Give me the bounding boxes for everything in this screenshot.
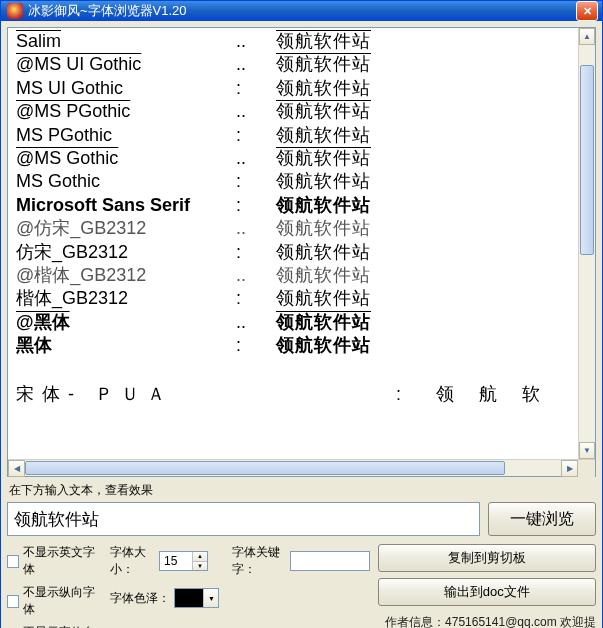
font-keyword-label: 字体关键字： bbox=[232, 544, 286, 578]
font-row[interactable]: @黑体..领航软件站 bbox=[8, 311, 578, 334]
font-list: Salim..领航软件站@MS UI Gothic..领航软件站MS UI Go… bbox=[8, 28, 595, 459]
spin-up-button[interactable]: ▲ bbox=[193, 552, 207, 562]
font-row[interactable]: @MS PGothic..领航软件站 bbox=[8, 100, 578, 123]
scroll-thumb[interactable] bbox=[580, 65, 594, 255]
hscroll-thumb[interactable] bbox=[25, 461, 505, 475]
font-name: MS UI Gothic bbox=[16, 77, 236, 100]
colon: : bbox=[396, 383, 436, 406]
font-row[interactable]: Microsoft Sans Serif:领航软件站 bbox=[8, 194, 578, 217]
font-sample: 领航软件站 bbox=[276, 334, 371, 357]
colon: .. bbox=[236, 147, 276, 170]
colon: : bbox=[236, 77, 276, 100]
font-name: Microsoft Sans Serif bbox=[16, 194, 236, 217]
font-name: @MS Gothic bbox=[16, 147, 236, 170]
font-name: MS PGothic bbox=[16, 124, 236, 147]
font-row[interactable]: 黑体:领航软件站 bbox=[8, 334, 578, 357]
font-row[interactable]: @楷体_GB2312..领航软件站 bbox=[8, 264, 578, 287]
sample-text-input[interactable] bbox=[7, 502, 480, 536]
font-color-row: 字体色泽： ▼ bbox=[110, 588, 369, 608]
colon: : bbox=[236, 170, 276, 193]
font-sample: 领航软件站 bbox=[276, 241, 371, 264]
scroll-track[interactable] bbox=[579, 45, 595, 442]
checkbox-no-english[interactable]: 不显示英文字体 bbox=[7, 544, 96, 578]
scroll-right-button[interactable]: ▶ bbox=[561, 460, 578, 477]
font-color-picker[interactable]: ▼ bbox=[174, 588, 219, 608]
app-window: 冰影御风~字体浏览器V1.20 ✕ Salim..领航软件站@MS UI Got… bbox=[0, 0, 603, 628]
colon: : bbox=[236, 287, 276, 310]
color-dropdown-button[interactable]: ▼ bbox=[203, 589, 218, 607]
font-size-label: 字体大小： bbox=[110, 544, 155, 578]
checkbox-group: 不显示英文字体 不显示纵向字体 不显示字体名称 bbox=[7, 544, 96, 628]
colon: : bbox=[236, 334, 276, 357]
scroll-down-button[interactable]: ▼ bbox=[579, 442, 595, 459]
input-row: 一键浏览 bbox=[7, 502, 596, 536]
mid-options: 字体大小： 15 ▲ ▼ 字体关键字： 字体色泽： ▼ bbox=[110, 544, 369, 608]
font-name: 黑体 bbox=[16, 334, 236, 357]
font-color-label: 字体色泽： bbox=[110, 590, 170, 607]
font-keyword-input[interactable] bbox=[290, 551, 370, 571]
spinner-buttons: ▲ ▼ bbox=[192, 552, 207, 570]
titlebar: 冰影御风~字体浏览器V1.20 ✕ bbox=[1, 1, 602, 21]
font-name: @黑体 bbox=[16, 311, 236, 334]
font-name: @MS PGothic bbox=[16, 100, 236, 123]
checkbox-label: 不显示纵向字体 bbox=[23, 584, 97, 618]
colon: .. bbox=[236, 100, 276, 123]
font-row[interactable]: @MS Gothic..领航软件站 bbox=[8, 147, 578, 170]
font-row[interactable]: MS PGothic:领航软件站 bbox=[8, 124, 578, 147]
export-doc-button[interactable]: 输出到doc文件 bbox=[378, 578, 596, 606]
colon: .. bbox=[236, 217, 276, 240]
font-row[interactable]: 宋体- ＰＵＡ:领 航 软 bbox=[8, 383, 578, 406]
font-name: @仿宋_GB2312 bbox=[16, 217, 236, 240]
font-size-spinner[interactable]: 15 ▲ ▼ bbox=[159, 551, 208, 571]
font-rows: Salim..领航软件站@MS UI Gothic..领航软件站MS UI Go… bbox=[8, 28, 578, 459]
font-row[interactable]: 楷体_GB2312:领航软件站 bbox=[8, 287, 578, 310]
font-name: 宋体- ＰＵＡ bbox=[16, 383, 396, 406]
options-row: 不显示英文字体 不显示纵向字体 不显示字体名称 字体大小： 15 bbox=[7, 544, 596, 628]
font-sample: 领航软件站 bbox=[276, 77, 371, 100]
font-name: 楷体_GB2312 bbox=[16, 287, 236, 310]
font-sample: 领航软件站 bbox=[276, 147, 371, 170]
copy-button[interactable]: 复制到剪切板 bbox=[378, 544, 596, 572]
checkbox-no-name[interactable]: 不显示字体名称 bbox=[7, 624, 96, 628]
font-sample: 领航软件站 bbox=[276, 217, 371, 240]
font-row[interactable]: @MS UI Gothic..领航软件站 bbox=[8, 53, 578, 76]
spin-down-button[interactable]: ▼ bbox=[193, 562, 207, 571]
font-name: MS Gothic bbox=[16, 170, 236, 193]
scroll-up-button[interactable]: ▲ bbox=[579, 28, 595, 45]
colon: .. bbox=[236, 264, 276, 287]
checkbox-label: 不显示字体名称 bbox=[23, 624, 97, 628]
font-name: @楷体_GB2312 bbox=[16, 264, 236, 287]
font-row[interactable]: Salim..领航软件站 bbox=[8, 30, 578, 53]
app-icon bbox=[7, 3, 23, 19]
author-info: 作者信息：475165141@qq.com 欢迎提出建议 bbox=[378, 614, 596, 628]
font-sample: 领 航 软 bbox=[436, 383, 550, 406]
client-area: Salim..领航软件站@MS UI Gothic..领航软件站MS UI Go… bbox=[1, 21, 602, 628]
font-row[interactable]: MS UI Gothic:领航软件站 bbox=[8, 77, 578, 100]
font-name: 仿宋_GB2312 bbox=[16, 241, 236, 264]
font-sample: 领航软件站 bbox=[276, 53, 371, 76]
color-swatch bbox=[175, 589, 203, 607]
horizontal-scrollbar[interactable]: ◀ ▶ bbox=[8, 459, 595, 476]
checkbox-icon bbox=[7, 595, 19, 608]
font-sample: 领航软件站 bbox=[276, 124, 371, 147]
font-row[interactable]: @仿宋_GB2312..领航软件站 bbox=[8, 217, 578, 240]
checkbox-no-vertical[interactable]: 不显示纵向字体 bbox=[7, 584, 96, 618]
browse-button[interactable]: 一键浏览 bbox=[488, 502, 596, 536]
font-row[interactable]: 仿宋_GB2312:领航软件站 bbox=[8, 241, 578, 264]
font-size-value[interactable]: 15 bbox=[160, 552, 192, 570]
scroll-left-button[interactable]: ◀ bbox=[8, 460, 25, 477]
font-size-row: 字体大小： 15 ▲ ▼ 字体关键字： bbox=[110, 544, 369, 578]
hscroll-track[interactable] bbox=[25, 460, 561, 476]
window-title: 冰影御风~字体浏览器V1.20 bbox=[28, 2, 576, 20]
colon: : bbox=[236, 241, 276, 264]
vertical-scrollbar[interactable]: ▲ ▼ bbox=[578, 28, 595, 459]
font-name: Salim bbox=[16, 30, 236, 53]
font-sample: 领航软件站 bbox=[276, 100, 371, 123]
right-buttons: 复制到剪切板 输出到doc文件 作者信息：475165141@qq.com 欢迎… bbox=[378, 544, 596, 628]
colon: : bbox=[236, 194, 276, 217]
scroll-corner bbox=[578, 460, 595, 477]
close-button[interactable]: ✕ bbox=[576, 1, 598, 21]
colon: .. bbox=[236, 30, 276, 53]
font-row[interactable]: MS Gothic:领航软件站 bbox=[8, 170, 578, 193]
input-label: 在下方输入文本，查看效果 bbox=[9, 482, 596, 499]
